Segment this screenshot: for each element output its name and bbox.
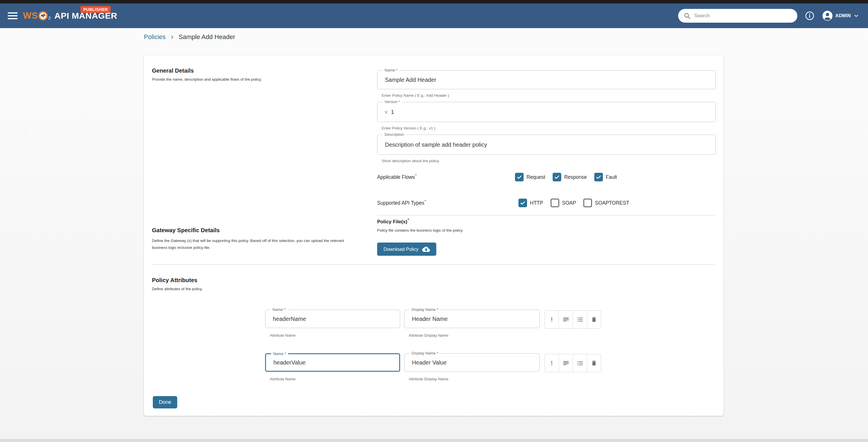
logo-subscript: 2 [48,15,51,21]
delete-attribute-button[interactable] [587,311,601,328]
check-icon [520,200,526,206]
attribute-row: Name * Display Name * [144,310,723,347]
supported-api-types-label: Supported API Types* [377,200,426,206]
applicable-flows-row: Applicable Flows* Request Response Fault [377,171,716,183]
help-button[interactable] [805,11,814,21]
attribute-display-name-field[interactable]: Display Name * [404,310,540,328]
info-icon [805,11,814,21]
attribute-display-name-field[interactable]: Display Name * [404,353,540,372]
required-toggle-button[interactable] [545,354,559,372]
breadcrumb-current: Sample Add Header [179,33,235,41]
attribute-actions [545,310,601,329]
policy-description-input[interactable] [385,141,708,148]
checkbox-soaptorest[interactable]: SOAPTOREST [583,199,629,207]
attribute-name-helper: Attribute Name [270,333,296,338]
bottom-scrollbar-track[interactable] [0,439,868,442]
browser-top-strip [0,0,868,3]
publisher-badge: PUBLISHER [81,6,111,13]
gateway-details-subtitle: Define the Gateway (s) that will be supp… [152,237,347,251]
policy-name-input[interactable] [385,77,708,83]
attribute-name-input[interactable] [273,316,392,322]
chevron-down-icon [853,13,859,19]
user-menu[interactable]: ADMIN [822,10,859,21]
policy-form-card: General Details Provide the name, descri… [144,56,723,416]
description-icon [563,360,569,367]
checkbox-fault[interactable]: Fault [594,173,617,181]
search-bar[interactable] [678,9,797,23]
request-checkbox[interactable] [515,173,524,181]
version-prefix: v [385,109,388,115]
policy-attributes-subtitle: Define attributes of the policy. [152,287,203,291]
breadcrumb-separator-icon [170,35,175,40]
description-icon [563,316,569,323]
general-details-title: General Details [152,67,194,74]
fault-checkbox[interactable] [594,173,603,181]
policy-description-helper: Short description about the policy [382,159,439,163]
policy-version-input[interactable] [391,109,708,115]
done-button[interactable]: Done [153,396,177,408]
download-policy-label: Download Policy [383,246,418,252]
policy-version-field[interactable]: Version * v [377,102,716,122]
checkbox-label: Request [526,174,545,180]
check-icon [554,174,560,180]
applicable-flows-options: Request Response Fault [515,171,617,183]
section-divider [152,264,715,265]
check-icon [516,174,523,180]
checkbox-http[interactable]: HTTP [519,199,543,207]
exclamation-icon [549,360,555,366]
trash-icon [591,360,597,366]
attribute-name-helper: Attribute Name [270,377,296,381]
required-toggle-button[interactable] [545,311,559,328]
policy-files-title: Policy File(s)* [377,219,409,225]
search-input[interactable] [694,13,792,19]
supported-api-types-options: HTTP SOAP SOAPTOREST [519,197,629,209]
checkbox-label: SOAP [562,200,576,206]
menu-icon[interactable] [8,12,18,19]
soaptorest-checkbox[interactable] [583,199,592,207]
attribute-name-field[interactable]: Name * [265,353,400,372]
checkbox-label: Response [564,174,587,180]
logo-pulse-icon [38,11,48,21]
policy-name-helper: Enter Policy Name ( E.g.: Add Header ) [382,93,449,98]
response-checkbox[interactable] [553,173,561,181]
section-divider [377,215,716,215]
allowed-values-button[interactable] [573,354,587,372]
description-button[interactable] [559,354,573,372]
policy-files-subtitle: Policy file contains the business logic … [377,228,463,233]
list-icon [577,316,583,323]
download-policy-button[interactable]: Download Policy [377,242,436,256]
policy-attributes-title: Policy Attributes [152,277,197,283]
applicable-flows-label: Applicable Flows* [377,174,417,180]
attribute-display-name-input[interactable] [412,359,532,366]
list-icon [577,360,583,367]
avatar-icon [822,10,833,21]
policy-name-field[interactable]: Name * [377,70,716,89]
attribute-name-input[interactable] [273,359,392,366]
trash-icon [591,316,597,322]
checkbox-label: HTTP [530,200,543,206]
http-checkbox[interactable] [519,199,527,207]
attribute-display-name-helper: Attribute Display Name [409,377,448,381]
exclamation-icon [549,316,555,322]
attribute-display-name-helper: Attribute Display Name [409,333,448,338]
allowed-values-button[interactable] [573,311,587,328]
checkbox-response[interactable]: Response [553,173,587,181]
supported-api-types-row: Supported API Types* HTTP SOAP SOAPTORES… [377,197,716,209]
delete-attribute-button[interactable] [587,354,601,372]
cloud-download-icon [422,245,430,253]
checkbox-request[interactable]: Request [515,173,545,181]
header-right: ADMIN [678,3,859,28]
search-icon [683,12,691,20]
description-button[interactable] [559,311,573,328]
attribute-name-field[interactable]: Name * [265,310,400,328]
breadcrumb-policies-link[interactable]: Policies [144,33,166,41]
soap-checkbox[interactable] [551,199,559,207]
checkbox-soap[interactable]: SOAP [551,199,576,207]
breadcrumb: Policies Sample Add Header [144,33,235,41]
checkbox-label: Fault [606,174,617,180]
username: ADMIN [835,13,851,19]
general-details-subtitle: Provide the name, description and applic… [152,77,262,81]
attribute-display-name-input[interactable] [412,316,532,322]
policy-description-field[interactable]: Description [377,135,716,155]
policy-version-helper: Enter Policy Version ( E.g.: v1 ) [382,126,435,130]
